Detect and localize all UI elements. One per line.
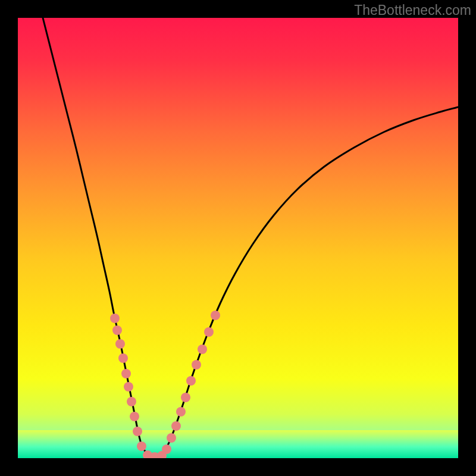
highlight-dot bbox=[110, 314, 120, 323]
highlight-dot bbox=[137, 441, 146, 451]
highlight-dot bbox=[171, 421, 181, 431]
watermark-text: TheBottleneck.com bbox=[354, 2, 471, 18]
highlight-dot bbox=[204, 327, 214, 337]
highlight-dot bbox=[115, 339, 125, 349]
highlight-dot bbox=[198, 345, 207, 354]
highlight-dot bbox=[176, 407, 186, 416]
highlight-dot bbox=[211, 311, 220, 320]
highlight-dot bbox=[167, 433, 176, 443]
highlight-dot bbox=[186, 376, 196, 386]
highlight-dot bbox=[130, 412, 139, 421]
highlight-dot bbox=[112, 325, 122, 335]
highlight-dot bbox=[192, 360, 201, 369]
highlight-dot bbox=[133, 427, 142, 436]
highlight-dot bbox=[121, 369, 131, 378]
highlight-dot bbox=[124, 382, 133, 392]
curve-left-branch bbox=[43, 18, 155, 457]
highlight-dot bbox=[181, 393, 190, 402]
highlight-dot bbox=[127, 397, 136, 406]
curve-right-branch bbox=[155, 107, 458, 457]
chart-plot-area bbox=[18, 18, 458, 458]
highlight-dot bbox=[118, 353, 128, 363]
chart-curve-svg bbox=[18, 18, 458, 458]
highlight-dot bbox=[162, 444, 171, 454]
